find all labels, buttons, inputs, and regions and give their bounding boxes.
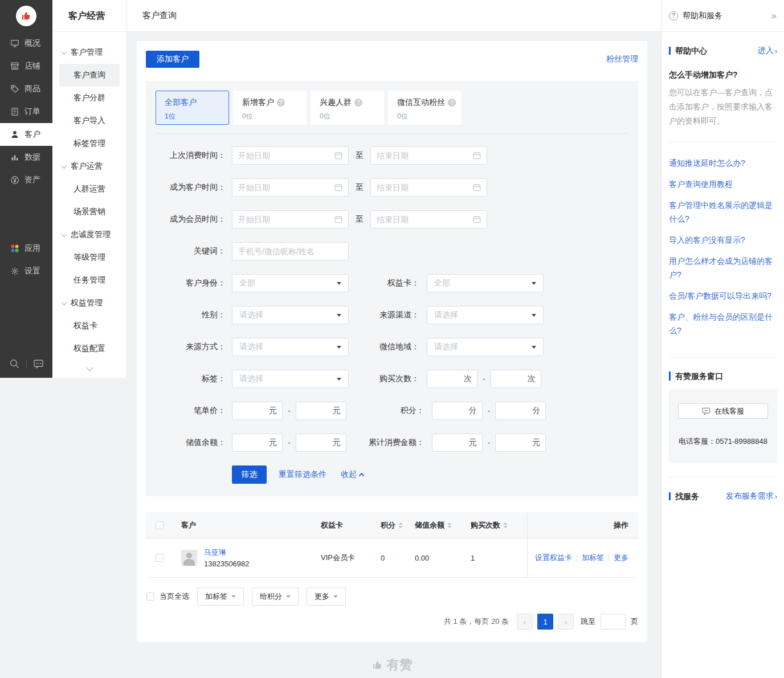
nav-item-orders[interactable]: 订单 bbox=[0, 100, 52, 123]
menu-item-benefit-config[interactable]: 权益配置 bbox=[59, 337, 120, 360]
bulk-give-points-button[interactable]: 给积分 bbox=[252, 587, 299, 606]
end-date-input[interactable] bbox=[370, 146, 487, 165]
filter-row-method-region: 来源方式： 请选择 微信地域： 请选择 bbox=[156, 338, 628, 356]
help-link-become-customer[interactable]: 用户怎么样才会成为店铺的客户? bbox=[669, 254, 777, 281]
menu-item-level-mgmt[interactable]: 等级管理 bbox=[59, 246, 120, 269]
tab-interest-group[interactable]: 兴趣人群 0位 bbox=[311, 91, 384, 125]
benefit-card-select[interactable]: 全部 bbox=[427, 274, 544, 292]
unit-price-max-input[interactable]: 元 bbox=[296, 402, 346, 420]
customer-name-link[interactable]: 马亚琳 bbox=[204, 548, 250, 558]
collapse-panel-icon[interactable] bbox=[771, 10, 777, 22]
collapse-filters-link[interactable]: 收起 bbox=[341, 469, 364, 480]
source-method-select[interactable]: 请选择 bbox=[232, 338, 349, 356]
search-icon[interactable] bbox=[9, 358, 20, 371]
more-link[interactable]: 更多 bbox=[614, 553, 628, 563]
nav-item-assets[interactable]: 资产 bbox=[0, 169, 52, 191]
points-max-input[interactable]: 分 bbox=[495, 402, 546, 420]
menu-item-customer-segment[interactable]: 客户分群 bbox=[59, 87, 120, 109]
publish-service-need-link[interactable]: 发布服务需求› bbox=[726, 491, 777, 501]
help-link-export-data[interactable]: 会员/客户数据可以导出来吗? bbox=[669, 289, 777, 303]
sort-icon[interactable] bbox=[503, 522, 508, 528]
menu-item-customer-query[interactable]: 客户查询 bbox=[59, 64, 120, 87]
keyword-input[interactable] bbox=[232, 242, 349, 260]
current-page-button[interactable]: 1 bbox=[537, 614, 553, 630]
help-link-difference[interactable]: 客户、粉丝与会员的区别是什么? bbox=[669, 310, 777, 337]
add-customer-button[interactable]: 添加客户 bbox=[146, 51, 199, 68]
unit-price-min-input[interactable]: 元 bbox=[232, 402, 283, 420]
end-date-input[interactable] bbox=[370, 210, 487, 228]
menu-item-benefit-card[interactable]: 权益卡 bbox=[59, 315, 120, 337]
add-tag-link[interactable]: 加标签 bbox=[582, 553, 604, 563]
help-center-enter-link[interactable]: 进入› bbox=[758, 46, 777, 56]
total-spend-max-input[interactable]: 元 bbox=[495, 434, 546, 452]
menu-item-crowd-ops[interactable]: 人群运营 bbox=[59, 178, 120, 201]
chat-icon[interactable] bbox=[33, 358, 44, 371]
bulk-add-tag-button[interactable]: 加标签 bbox=[197, 587, 244, 606]
online-service-button[interactable]: 在线客服 bbox=[678, 403, 768, 419]
cell-balance: 0.00 bbox=[415, 554, 471, 562]
gender-select[interactable]: 请选择 bbox=[232, 306, 349, 324]
end-date-input[interactable] bbox=[370, 178, 487, 197]
calendar-icon bbox=[473, 183, 481, 191]
menu-group-customer-ops[interactable]: 客户运营 bbox=[52, 155, 126, 178]
sort-icon[interactable] bbox=[398, 522, 403, 528]
menu-group-customer-mgmt[interactable]: 客户管理 bbox=[52, 41, 126, 64]
wechat-region-select[interactable]: 请选择 bbox=[427, 338, 544, 356]
tab-wechat-fans[interactable]: 微信互动粉丝 0位 bbox=[388, 91, 462, 125]
start-date-input[interactable] bbox=[232, 146, 349, 165]
customer-identity-select[interactable]: 全部 bbox=[232, 274, 349, 292]
purchase-count-max-input[interactable]: 次 bbox=[491, 370, 541, 388]
menu-item-tag-mgmt[interactable]: 标签管理 bbox=[59, 132, 120, 155]
menu-item-task-mgmt[interactable]: 任务管理 bbox=[59, 269, 120, 292]
select-all-checkbox[interactable] bbox=[156, 521, 164, 529]
jump-page-input[interactable] bbox=[601, 614, 626, 630]
column-customer: 客户 bbox=[181, 520, 321, 530]
nav-item-apps[interactable]: 应用 bbox=[0, 237, 52, 260]
secondary-sidebar: 客户经营 客户管理 客户查询 客户分群 客户导入 标签管理 客户运营 人群运营 … bbox=[52, 0, 127, 378]
balance-max-input[interactable]: 元 bbox=[296, 434, 346, 452]
total-spend-min-input[interactable]: 元 bbox=[432, 434, 483, 452]
next-page-button[interactable] bbox=[558, 614, 574, 630]
brand-logo[interactable] bbox=[0, 0, 52, 32]
reset-filters-link[interactable]: 重置筛选条件 bbox=[279, 469, 326, 480]
menu-item-customer-import[interactable]: 客户导入 bbox=[59, 109, 120, 132]
help-link-import-not-shown[interactable]: 导入的客户没有显示? bbox=[669, 233, 777, 247]
purchase-count-min-input[interactable]: 次 bbox=[427, 370, 477, 388]
calendar-icon bbox=[473, 152, 481, 160]
help-icon[interactable] bbox=[448, 99, 456, 107]
page-select-all-checkbox[interactable] bbox=[146, 593, 154, 601]
calendar-icon bbox=[334, 215, 342, 223]
nav-item-overview[interactable]: 概况 bbox=[0, 32, 52, 55]
start-date-input[interactable] bbox=[232, 178, 349, 197]
menu-group-benefits[interactable]: 权益管理 bbox=[52, 292, 126, 315]
nav-item-goods[interactable]: 商品 bbox=[0, 77, 52, 100]
sort-icon[interactable] bbox=[447, 522, 452, 528]
filter-submit-button[interactable]: 筛选 bbox=[232, 465, 267, 484]
nav-item-settings[interactable]: 设置 bbox=[0, 260, 52, 283]
help-link-query-tutorial[interactable]: 客户查询使用教程 bbox=[669, 177, 777, 191]
prev-page-button[interactable] bbox=[517, 614, 533, 630]
tab-new-customers[interactable]: 新增客户 0位 bbox=[233, 91, 307, 125]
nav-item-data[interactable]: 数据 bbox=[0, 146, 52, 169]
nav-item-customers[interactable]: 客户 bbox=[0, 123, 52, 146]
menu-item-scene-marketing[interactable]: 场景营销 bbox=[59, 201, 120, 223]
menu-group-loyalty[interactable]: 忠诚度管理 bbox=[52, 223, 126, 246]
nav-item-shop[interactable]: 店铺 bbox=[0, 55, 52, 77]
help-icon[interactable] bbox=[277, 99, 285, 107]
points-min-input[interactable]: 分 bbox=[432, 402, 483, 420]
balance-min-input[interactable]: 元 bbox=[232, 434, 283, 452]
bulk-more-button[interactable]: 更多 bbox=[307, 587, 346, 606]
help-icon[interactable] bbox=[354, 99, 362, 107]
tab-all-customers[interactable]: 全部客户 1位 bbox=[156, 91, 229, 125]
help-link-push-delay[interactable]: 通知推送延时怎么办? bbox=[669, 156, 777, 170]
menu-collapse-button[interactable] bbox=[52, 360, 126, 381]
row-checkbox[interactable] bbox=[156, 554, 164, 562]
help-link-name-display-logic[interactable]: 客户管理中姓名展示的逻辑是什么? bbox=[669, 198, 777, 226]
set-benefit-card-link[interactable]: 设置权益卡 bbox=[535, 553, 572, 563]
fans-management-link[interactable]: 粉丝管理 bbox=[606, 54, 638, 64]
start-date-input[interactable] bbox=[232, 210, 349, 228]
tools-divider bbox=[26, 361, 27, 369]
tag-select[interactable]: 请选择 bbox=[232, 370, 349, 388]
help-panel: 帮助和服务 帮助中心 进入› 怎么手动增加客户? 您可以在客户—客户查询，点击添… bbox=[661, 0, 784, 678]
source-channel-select[interactable]: 请选择 bbox=[427, 306, 544, 324]
